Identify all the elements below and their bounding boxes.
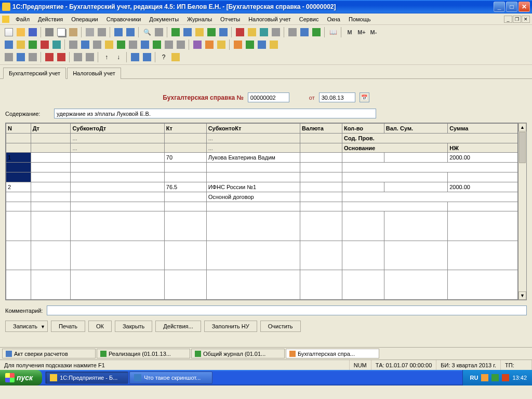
table-row[interactable]: [6, 270, 518, 300]
scroll-thumb[interactable]: [519, 132, 526, 163]
scroll-down-icon[interactable]: ▼: [518, 291, 526, 300]
menu-windows[interactable]: Окна: [323, 15, 344, 24]
tb2-6[interactable]: [68, 39, 79, 50]
col-val[interactable]: Валюта: [300, 124, 342, 134]
col-dt[interactable]: Дт: [31, 124, 71, 134]
table-row[interactable]: 2 76.5 ИФНС России №1 2000.00: [6, 182, 518, 192]
tb3-up[interactable]: ↑: [101, 51, 112, 63]
tb2-11[interactable]: [127, 39, 139, 50]
tb2-7[interactable]: [79, 39, 91, 50]
maximize-button[interactable]: □: [506, 2, 517, 12]
tb2-22[interactable]: [268, 39, 280, 50]
mem-m-button[interactable]: М: [344, 26, 355, 38]
tb3-4[interactable]: [44, 51, 55, 63]
tb3-7[interactable]: [84, 51, 96, 63]
tray-icon[interactable]: [481, 374, 488, 381]
tb-yel2[interactable]: [246, 26, 258, 38]
actions-button[interactable]: Действия...: [155, 321, 201, 332]
menu-actions[interactable]: Действия: [34, 15, 67, 24]
col-osn[interactable]: Основание: [342, 143, 447, 153]
clock[interactable]: 13:42: [512, 375, 527, 381]
save-button[interactable]: [27, 26, 38, 38]
task-ie[interactable]: Что такое скриншот...: [129, 371, 212, 384]
cell-n[interactable]: 1: [6, 153, 31, 163]
col-subkt[interactable]: СубконтоКт: [206, 124, 300, 134]
calendar-button[interactable]: [299, 26, 310, 38]
menu-service[interactable]: Сервис: [295, 15, 323, 24]
tb3-help[interactable]: ?: [158, 51, 169, 63]
menu-file[interactable]: Файл: [11, 15, 34, 24]
menu-reports[interactable]: Отчеты: [216, 15, 244, 24]
new-button[interactable]: [3, 26, 15, 38]
find-button[interactable]: 🔍: [141, 26, 153, 38]
tb-blue2[interactable]: [218, 26, 229, 38]
entries-grid[interactable]: N Дт СубконтоДт Кт СубконтоКт Валюта Кол…: [6, 123, 518, 300]
mdi-minimize-button[interactable]: _: [504, 16, 512, 23]
fill-tax-button[interactable]: Заполнить НУ: [204, 321, 257, 332]
start-button[interactable]: пуск: [0, 370, 42, 385]
close-doc-button[interactable]: Закрыть: [115, 321, 152, 332]
tb2-20[interactable]: [244, 39, 256, 50]
col-subkt2[interactable]: ...: [206, 133, 300, 143]
tb3-down[interactable]: ↓: [113, 51, 124, 63]
menu-docs[interactable]: Документы: [145, 15, 183, 24]
write-button[interactable]: Записать▼: [5, 321, 48, 332]
table-row[interactable]: Осноной договор: [6, 192, 518, 202]
mem-mminus-button[interactable]: М-: [368, 26, 379, 38]
tb2-19[interactable]: [232, 39, 244, 50]
redo-button[interactable]: [125, 26, 136, 38]
menu-tax[interactable]: Налоговый учет: [244, 15, 295, 24]
grid-scrollbar[interactable]: ▲ ▼: [518, 123, 526, 300]
table-row[interactable]: [6, 202, 518, 211]
tab-tax[interactable]: Налоговый учет: [67, 68, 121, 79]
tb2-21[interactable]: [256, 39, 268, 50]
mdi-close-button[interactable]: ✕: [522, 16, 530, 23]
tb2-18[interactable]: [216, 39, 227, 50]
filter-button[interactable]: [153, 26, 165, 38]
paste-button[interactable]: [68, 26, 79, 38]
tray-icon[interactable]: [491, 374, 499, 381]
tb3-sort2[interactable]: [141, 51, 153, 63]
tb2-17[interactable]: [204, 39, 215, 50]
tb3-sort1[interactable]: [129, 51, 141, 63]
tb2-10[interactable]: [115, 39, 127, 50]
doc-number-input[interactable]: [248, 92, 289, 102]
print-doc-button[interactable]: Печать: [51, 321, 85, 332]
col-vsum[interactable]: Вал. Сум.: [384, 124, 447, 134]
tb-green1[interactable]: [170, 26, 181, 38]
tb2-4[interactable]: [39, 39, 50, 50]
mdi-restore-button[interactable]: ❐: [513, 16, 521, 23]
tb2-1[interactable]: [3, 39, 15, 50]
tb3-5[interactable]: [56, 51, 67, 63]
tb2-12[interactable]: [139, 39, 151, 50]
tb3-6[interactable]: [72, 51, 84, 63]
wintab-2[interactable]: Реализация (01.01.13...: [97, 349, 190, 358]
copy-button[interactable]: [56, 26, 67, 38]
tb3-1[interactable]: [3, 51, 15, 63]
table-row[interactable]: [6, 172, 518, 182]
tb3-3[interactable]: [27, 51, 38, 63]
tb-teal1[interactable]: [258, 26, 270, 38]
col-subdt2[interactable]: ...: [71, 133, 164, 143]
tb2-8[interactable]: [91, 39, 103, 50]
help-book-button[interactable]: 📖: [327, 26, 339, 38]
minimize-button[interactable]: _: [494, 2, 505, 12]
wintab-3[interactable]: Общий журнал (01.01...: [191, 349, 285, 358]
scroll-up-icon[interactable]: ▲: [518, 123, 526, 131]
tb2-13[interactable]: [151, 39, 163, 50]
tb2-5[interactable]: [51, 39, 62, 50]
table-row[interactable]: 1 70 Лукова Екатерина Вадим 2000.00: [6, 153, 518, 163]
clear-button[interactable]: Очистить: [260, 321, 301, 332]
calendar-icon[interactable]: 📅: [360, 92, 369, 102]
wintab-4[interactable]: Бухгалтерская спра...: [286, 349, 379, 358]
col-subdt[interactable]: СубконтоДт: [71, 124, 164, 134]
menu-journals[interactable]: Журналы: [183, 15, 216, 24]
tb2-9[interactable]: [103, 39, 115, 50]
preview-button[interactable]: [96, 26, 108, 38]
wintab-1[interactable]: Акт сверки расчетов: [2, 349, 96, 358]
col-subdt3[interactable]: ...: [71, 143, 164, 153]
col-n[interactable]: N: [6, 124, 31, 134]
tab-accounting[interactable]: Бухгалтерский учет: [3, 68, 66, 79]
tb2-16[interactable]: [192, 39, 203, 50]
table-row[interactable]: [6, 211, 518, 241]
